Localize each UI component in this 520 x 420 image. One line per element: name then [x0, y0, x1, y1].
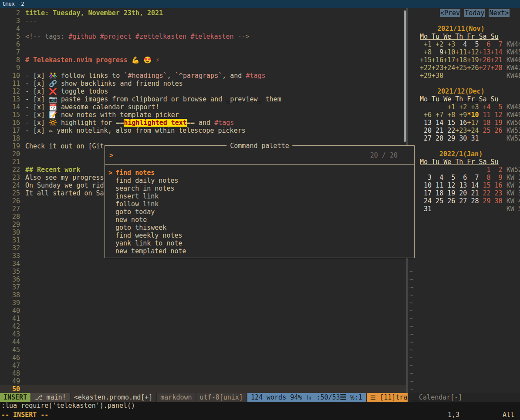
calendar-day[interactable]: +4: [479, 103, 490, 111]
calendar-day[interactable]: 14: [432, 119, 443, 127]
editor-line[interactable]: 46: [0, 354, 406, 362]
calendar-day[interactable]: +29: [420, 72, 432, 80]
calendar-day[interactable]: +14: [491, 48, 503, 56]
calendar-day[interactable]: 12: [443, 181, 455, 189]
calendar-day[interactable]: +21: [491, 56, 503, 64]
palette-item[interactable]: find weekly notes: [105, 232, 414, 239]
palette-item[interactable]: follow link: [105, 200, 414, 208]
calendar-day[interactable]: 17: [420, 189, 432, 197]
editor-line[interactable]: 11- [x] 🔗 show backlinks and friend note…: [0, 80, 406, 87]
calendar-day[interactable]: 2: [491, 166, 503, 174]
editor-line[interactable]: 41: [0, 315, 406, 323]
calendar-day[interactable]: 13: [420, 119, 432, 127]
editor-line[interactable]: 5<!-- tags: #github #project #zettelkast…: [0, 33, 406, 40]
calendar-day[interactable]: 15: [443, 119, 455, 127]
calendar-day[interactable]: +30: [432, 72, 443, 80]
calendar-day[interactable]: +23: [432, 64, 443, 72]
calendar-day[interactable]: 14: [467, 181, 479, 189]
editor-line[interactable]: 40: [0, 307, 406, 315]
calendar-day[interactable]: 9: [491, 174, 503, 181]
editor-line[interactable]: 44: [0, 338, 406, 346]
calendar-day[interactable]: +26: [467, 64, 479, 72]
calendar-day[interactable]: 7: [467, 174, 479, 181]
editor-line[interactable]: 49: [0, 377, 406, 385]
calendar-day[interactable]: 26: [491, 127, 503, 134]
calendar-day[interactable]: 19: [443, 189, 455, 197]
calendar-day[interactable]: +3: [467, 103, 479, 111]
calendar-day[interactable]: *10: [467, 111, 479, 119]
calendar-day[interactable]: +10: [443, 48, 455, 56]
editor-line[interactable]: 36: [0, 276, 406, 283]
command-line[interactable]: :lua require('telekasten').panel(): [0, 402, 520, 410]
editor-line[interactable]: 48: [0, 370, 406, 377]
calendar-day[interactable]: 6: [479, 40, 490, 48]
calendar-day[interactable]: 29: [479, 197, 490, 205]
calendar-day[interactable]: 26: [443, 197, 455, 205]
calendar-day[interactable]: +28: [491, 64, 503, 72]
calendar-day[interactable]: +7: [432, 111, 443, 119]
editor-line[interactable]: 2title: Tuesday, November 23th, 2021: [0, 9, 406, 17]
calendar-day[interactable]: +22: [420, 64, 432, 72]
editor-line[interactable]: 47: [0, 362, 406, 370]
scrollbar-thumb[interactable]: [404, 10, 406, 142]
calendar-day[interactable]: 19: [491, 119, 503, 127]
editor-line[interactable]: 45: [0, 346, 406, 354]
calendar-day[interactable]: 28: [432, 134, 443, 142]
calendar-day[interactable]: 16: [455, 119, 467, 127]
calendar-day[interactable]: 31: [420, 205, 432, 213]
editor-line[interactable]: 34: [0, 260, 406, 268]
calendar-day[interactable]: 7: [491, 40, 503, 48]
calendar-day[interactable]: 11: [432, 181, 443, 189]
calendar-day[interactable]: +17: [467, 119, 479, 127]
calendar-day[interactable]: 22: [479, 189, 490, 197]
calendar-day[interactable]: 21: [467, 189, 479, 197]
editor-line[interactable]: 39: [0, 299, 406, 307]
calendar-day[interactable]: 18: [432, 189, 443, 197]
editor-line[interactable]: 13- [x] 📷 paste images from clipboard or…: [0, 95, 406, 103]
calendar-day[interactable]: 10: [420, 181, 432, 189]
calendar-day[interactable]: 18: [479, 119, 490, 127]
calendar-day[interactable]: +24: [467, 127, 479, 134]
calendar-day[interactable]: 25: [432, 197, 443, 205]
calendar-day[interactable]: +1: [443, 103, 455, 111]
palette-item[interactable]: goto thisweek: [105, 224, 414, 232]
calendar-day[interactable]: 22: [443, 127, 455, 134]
calendar-day[interactable]: +19: [467, 56, 479, 64]
calendar-day[interactable]: 15: [479, 181, 490, 189]
calendar-day[interactable]: 13: [455, 181, 467, 189]
nav-next-button[interactable]: Next>: [489, 9, 509, 17]
calendar-day[interactable]: +12: [467, 48, 479, 56]
calendar-day[interactable]: 5: [443, 174, 455, 181]
editor-line[interactable]: 42: [0, 323, 406, 330]
calendar-day[interactable]: +2: [432, 40, 443, 48]
calendar-day[interactable]: 24: [420, 197, 432, 205]
calendar-day[interactable]: +8: [420, 48, 432, 56]
calendar-day[interactable]: 31: [467, 134, 479, 142]
calendar-day[interactable]: 5: [467, 40, 479, 48]
nav-today-button[interactable]: Today: [464, 9, 485, 17]
calendar-day[interactable]: +15: [420, 56, 432, 64]
calendar-day[interactable]: 11: [479, 111, 490, 119]
editor-line[interactable]: 12- [x] ❌ toggle todos: [0, 87, 406, 95]
calendar-day[interactable]: 4: [432, 174, 443, 181]
editor-line[interactable]: 18: [0, 134, 406, 142]
palette-item[interactable]: new templated note: [105, 247, 414, 255]
calendar-day[interactable]: 27: [455, 197, 467, 205]
calendar-day[interactable]: +17: [443, 56, 455, 64]
calendar-day[interactable]: 1: [479, 166, 490, 174]
calendar-day[interactable]: 30: [455, 134, 467, 142]
calendar-day[interactable]: 25: [479, 127, 490, 134]
calendar-day[interactable]: 29: [443, 134, 455, 142]
calendar-day[interactable]: +23: [455, 127, 467, 134]
editor-line[interactable]: 43: [0, 330, 406, 338]
calendar-day[interactable]: +25: [455, 64, 467, 72]
calendar-day[interactable]: 6: [455, 174, 467, 181]
calendar-day[interactable]: 30: [491, 197, 503, 205]
editor-line[interactable]: 4: [0, 25, 406, 33]
editor-line[interactable]: 9: [0, 64, 406, 72]
calendar-day[interactable]: +20: [479, 56, 490, 64]
palette-item[interactable]: goto today: [105, 208, 414, 216]
calendar-day[interactable]: 23: [491, 189, 503, 197]
calendar-day[interactable]: +11: [455, 48, 467, 56]
calendar-day[interactable]: 20: [420, 127, 432, 134]
